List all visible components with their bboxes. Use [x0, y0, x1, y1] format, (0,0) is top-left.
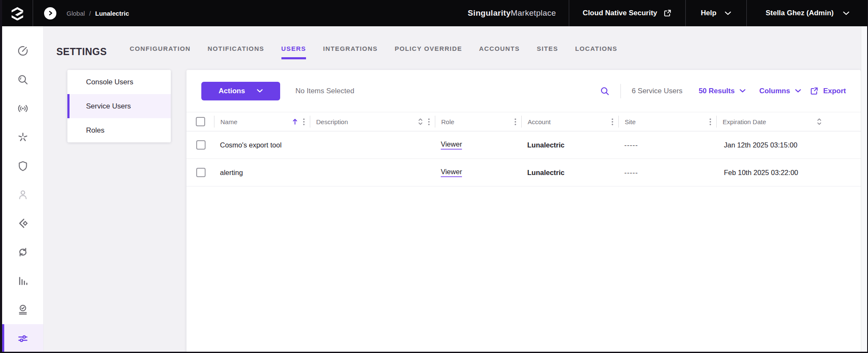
- header-account[interactable]: Account: [521, 116, 618, 128]
- actions-button[interactable]: Actions: [201, 82, 280, 100]
- shield-icon: [17, 160, 29, 172]
- nav-item-settings[interactable]: [2, 324, 43, 353]
- header-description[interactable]: Description: [310, 116, 435, 128]
- cloud-native-security-link[interactable]: Cloud Native Security: [569, 0, 685, 26]
- filter-sliders-icon: [17, 333, 29, 345]
- nav-item-users[interactable]: [2, 181, 43, 209]
- table-row[interactable]: alerting Viewer Lunalectric ----- Feb 10…: [186, 159, 861, 186]
- search-button[interactable]: [600, 86, 610, 96]
- tab-policy-override[interactable]: POLICY OVERRIDE: [395, 45, 462, 59]
- cell-expiration-date: Feb 10th 2025 03:22:00: [716, 169, 827, 177]
- header-role-label: Role: [441, 118, 454, 125]
- broadcast-icon: [17, 103, 29, 114]
- nav-item-detections[interactable]: [2, 94, 43, 123]
- table-row[interactable]: Cosmo's export tool Viewer Lunalectric -…: [186, 131, 861, 159]
- nav-item-sync[interactable]: [2, 238, 43, 267]
- header-select-all-cell: [186, 116, 214, 128]
- tab-configuration[interactable]: CONFIGURATION: [130, 45, 191, 59]
- sync-icon: [17, 246, 29, 258]
- role-link[interactable]: Viewer: [441, 140, 462, 150]
- export-button[interactable]: Export: [810, 86, 846, 96]
- cell-role: Viewer: [435, 168, 521, 177]
- gauge-icon: [17, 45, 29, 57]
- sentinelone-logo-icon: [11, 6, 24, 20]
- header-account-icons: [612, 118, 613, 125]
- users-subnav: Console Users Service Users Roles: [67, 70, 171, 142]
- service-users-count: 6 Service Users: [632, 87, 682, 95]
- nav-item-reports[interactable]: [2, 267, 43, 295]
- row-checkbox-cell: [186, 140, 214, 150]
- header-expiration-date[interactable]: Expiration Date: [716, 116, 827, 128]
- search-icon: [17, 74, 29, 86]
- header-description-icons: [418, 118, 430, 125]
- header-description-label: Description: [316, 118, 348, 125]
- tab-integrations[interactable]: INTEGRATIONS: [323, 45, 378, 59]
- bar-chart-icon: [17, 275, 29, 287]
- product-brand: SingularityMarketplace: [468, 8, 556, 18]
- main-content: SETTINGS CONFIGURATION NOTIFICATIONS USE…: [44, 26, 861, 353]
- tab-sites[interactable]: SITES: [537, 45, 558, 59]
- users-content: Console Users Service Users Roles Action…: [44, 70, 861, 353]
- brand-primary: Singularity: [468, 8, 511, 17]
- nav-item-search[interactable]: [2, 65, 43, 94]
- tab-notifications[interactable]: NOTIFICATIONS: [208, 45, 264, 59]
- actions-button-label: Actions: [219, 87, 245, 95]
- table-header-row: Name: [186, 112, 861, 131]
- vertical-scrollbar[interactable]: [861, 26, 867, 353]
- sentinelone-logo[interactable]: [2, 6, 33, 20]
- toolbar-divider: [620, 84, 621, 98]
- header-role[interactable]: Role: [435, 116, 521, 128]
- role-link[interactable]: Viewer: [441, 168, 462, 177]
- asterisk-icon: [17, 131, 29, 143]
- nav-item-rollouts[interactable]: [2, 295, 43, 324]
- search-icon: [600, 86, 610, 96]
- toolbar-right-group: 6 Service Users 50 Results Columns: [600, 84, 846, 98]
- chevron-down-icon: [843, 11, 849, 15]
- user-menu-label: Stella Ghez (Admin): [765, 9, 834, 17]
- subnav-item-service-users[interactable]: Service Users: [67, 94, 171, 118]
- code-diamond-icon: [17, 217, 29, 229]
- header-site-label: Site: [625, 118, 636, 125]
- header-site[interactable]: Site: [618, 116, 716, 128]
- column-menu-icon[interactable]: [428, 118, 430, 125]
- cell-site: -----: [618, 169, 716, 177]
- columns-dropdown[interactable]: Columns: [759, 87, 801, 95]
- header-account-label: Account: [528, 118, 551, 125]
- column-menu-icon[interactable]: [612, 118, 613, 125]
- columns-label: Columns: [759, 87, 790, 95]
- tab-accounts[interactable]: ACCOUNTS: [479, 45, 520, 59]
- column-menu-icon[interactable]: [709, 118, 711, 125]
- tab-locations[interactable]: LOCATIONS: [575, 45, 618, 59]
- nav-item-threats[interactable]: [2, 123, 43, 152]
- expand-nav-button[interactable]: [44, 7, 56, 19]
- chevron-down-icon: [257, 89, 263, 93]
- topbar-right-group: SingularityMarketplace Cloud Native Secu…: [468, 0, 867, 26]
- help-menu[interactable]: Help: [686, 0, 747, 26]
- rollout-check-icon: [17, 304, 29, 316]
- header-name[interactable]: Name: [214, 116, 310, 128]
- nav-item-packages[interactable]: [2, 209, 43, 238]
- nav-item-dashboard[interactable]: [2, 36, 43, 65]
- breadcrumb-scope[interactable]: Global: [67, 10, 85, 17]
- subnav-item-roles[interactable]: Roles: [67, 118, 171, 142]
- column-menu-icon[interactable]: [303, 118, 305, 125]
- selection-status: No Items Selected: [295, 87, 354, 95]
- row-checkbox[interactable]: [196, 168, 206, 177]
- help-label: Help: [701, 9, 717, 17]
- breadcrumb-separator: /: [89, 10, 91, 17]
- row-checkbox[interactable]: [196, 140, 206, 150]
- chevron-right-icon: [48, 11, 53, 16]
- cell-account: Lunalectric: [521, 169, 618, 177]
- user-menu[interactable]: Stella Ghez (Admin): [747, 0, 867, 26]
- page-title: SETTINGS: [56, 46, 107, 58]
- cloud-native-security-label: Cloud Native Security: [583, 9, 657, 17]
- tab-users[interactable]: USERS: [281, 45, 306, 59]
- table-toolbar: Actions No Items Selected: [186, 70, 861, 112]
- sort-toggle-icon: [817, 118, 822, 125]
- nav-item-policy[interactable]: [2, 152, 43, 181]
- results-per-page-dropdown[interactable]: 50 Results: [698, 87, 746, 95]
- column-menu-icon[interactable]: [515, 118, 516, 125]
- select-all-checkbox[interactable]: [196, 117, 205, 126]
- breadcrumb-account[interactable]: Lunalectric: [95, 10, 129, 17]
- subnav-item-console-users[interactable]: Console Users: [67, 70, 171, 94]
